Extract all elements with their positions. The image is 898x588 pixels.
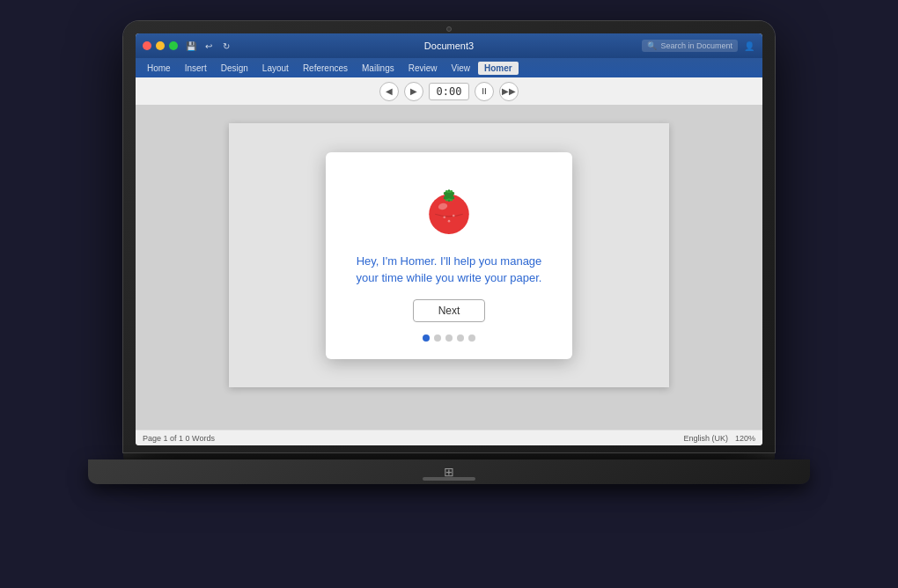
search-placeholder: Search in Document [660, 41, 732, 50]
document-title: Document3 [424, 40, 474, 51]
save-icon[interactable]: 💾 [185, 40, 197, 52]
svg-point-9 [448, 219, 451, 222]
dot-5 [468, 334, 475, 342]
laptop-base: ⊞ [88, 459, 810, 484]
search-box[interactable]: 🔍 Search in Document [642, 40, 738, 52]
laptop-wrapper: 💾 ↩ ↻ Document3 🔍 Search in Document 👤 H… [88, 21, 810, 567]
dot-1 [423, 334, 430, 342]
language-indicator: English (UK) [683, 434, 728, 443]
modal-overlay: Hey, I'm Homer. I'll help you manage you… [229, 123, 669, 387]
zoom-level: 120% [735, 434, 755, 443]
webcam [446, 26, 452, 32]
traffic-lights [143, 41, 178, 50]
pagination-dots [423, 334, 475, 342]
user-icon[interactable]: 👤 [743, 40, 755, 52]
dot-3 [445, 334, 453, 342]
timer-display: 0:00 [429, 83, 470, 100]
ribbon: Home Insert Design Layout References Mai… [136, 58, 762, 77]
screen-bezel: 💾 ↩ ↻ Document3 🔍 Search in Document 👤 H… [136, 33, 762, 445]
tab-design[interactable]: Design [215, 62, 254, 75]
tab-review[interactable]: Review [402, 62, 444, 75]
tomato-image [418, 179, 480, 240]
next-skip-button[interactable]: ▶▶ [499, 82, 519, 101]
dot-4 [457, 334, 464, 342]
titlebar-icons: 💾 ↩ ↻ [185, 40, 232, 52]
status-bar: Page 1 of 1 0 Words English (UK) 120% [136, 430, 762, 445]
tab-layout[interactable]: Layout [256, 62, 295, 75]
status-left: Page 1 of 1 0 Words [143, 434, 215, 443]
tab-mailings[interactable]: Mailings [356, 62, 401, 75]
dot-2 [434, 334, 441, 342]
next-button[interactable]: Next [413, 299, 486, 322]
svg-point-8 [453, 214, 455, 217]
tab-home[interactable]: Home [141, 62, 177, 75]
tab-references[interactable]: References [297, 62, 354, 75]
titlebar-right: 🔍 Search in Document 👤 [642, 40, 755, 52]
maximize-button[interactable] [169, 41, 178, 50]
status-right: English (UK) 120% [683, 434, 755, 443]
doc-area: Hey, I'm Homer. I'll help you manage you… [136, 106, 762, 430]
toolbar-area: ◀ ▶ 0:00 ⏸ ▶▶ [136, 77, 762, 106]
windows-logo: ⊞ [444, 465, 454, 479]
play-button[interactable]: ▶ [404, 82, 423, 101]
minimize-button[interactable] [156, 41, 165, 50]
undo-icon[interactable]: ↩ [202, 40, 215, 52]
laptop-screen: 💾 ↩ ↻ Document3 🔍 Search in Document 👤 H… [123, 21, 775, 452]
laptop-hinge [123, 452, 775, 459]
prev-button[interactable]: ◀ [379, 82, 399, 101]
modal-description: Hey, I'm Homer. I'll help you manage you… [347, 253, 551, 287]
close-button[interactable] [143, 41, 151, 50]
search-icon: 🔍 [647, 41, 657, 50]
pause-button[interactable]: ⏸ [475, 82, 494, 101]
word-titlebar: 💾 ↩ ↻ Document3 🔍 Search in Document 👤 [136, 33, 762, 58]
svg-point-7 [443, 216, 445, 218]
modal-card: Hey, I'm Homer. I'll help you manage you… [326, 152, 572, 359]
tab-homer[interactable]: Homer [478, 62, 519, 75]
doc-page: Hey, I'm Homer. I'll help you manage you… [229, 123, 669, 387]
tab-view[interactable]: View [445, 62, 477, 75]
redo-icon[interactable]: ↻ [220, 40, 232, 52]
tab-insert[interactable]: Insert [179, 62, 213, 75]
